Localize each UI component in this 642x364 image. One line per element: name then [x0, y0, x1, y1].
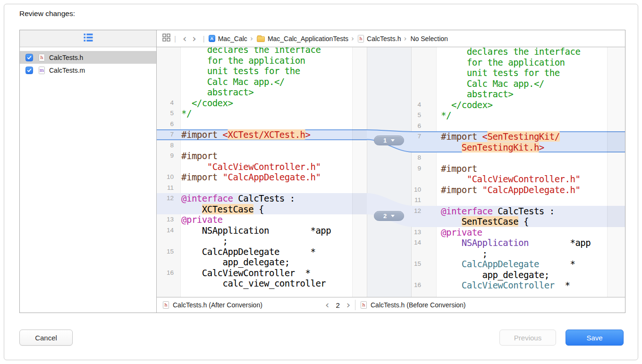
diff-badge-2[interactable]: 2 [374, 211, 404, 221]
code-line: unit tests for the [441, 68, 560, 78]
code-line: </codex> [181, 98, 233, 109]
before-conversion-pane[interactable]: declares the interface for the applicati… [412, 47, 625, 297]
line-number: 7 [157, 129, 174, 140]
code-line: XCTestCase { [181, 204, 264, 215]
line-number: 5 [157, 108, 174, 119]
code-line: CalcViewController * [441, 280, 570, 291]
code-row: SenTestCase { [412, 216, 625, 227]
back-icon[interactable]: ‹ [180, 35, 189, 42]
code-row: app_delegate; [412, 270, 625, 280]
scrollbar-track[interactable] [352, 47, 367, 297]
page-title: Review changes: [19, 9, 75, 18]
save-button[interactable]: Save [566, 330, 624, 346]
code-row: 10#import "CalcAppDelegate.h" [412, 185, 625, 195]
code-line: #import "CalcAppDelegate.h" [441, 185, 580, 195]
next-change-icon[interactable]: › [344, 301, 353, 309]
header-file-icon: h [358, 35, 364, 42]
file-list-icon [83, 33, 93, 44]
code-line: @interface CalcTests : [181, 193, 295, 204]
diff-number: 2 [383, 212, 387, 220]
jump-bar: h CalcTests.h (After Conversion) ‹ 2 › h… [157, 297, 625, 313]
code-row: declares the interface [157, 47, 367, 55]
code-line: SenTestingKit.h> [441, 142, 544, 153]
line-number: 15 [157, 246, 174, 257]
code-row: ; [412, 248, 625, 259]
code-row: 9#import [157, 151, 367, 161]
code-row: 12@interface CalcTests : [412, 206, 625, 217]
diff-badge-1[interactable]: 1 [374, 135, 404, 145]
line-number: 12 [412, 206, 421, 217]
chevron-right-icon: › [404, 34, 406, 43]
before-file-label: CalcTests.h (Before Conversion) [371, 301, 466, 309]
breadcrumb-item[interactable]: No Selection [410, 35, 448, 42]
breadcrumb-item[interactable]: Mac_Calc_ApplicationTests [257, 35, 348, 42]
code-line: @private [181, 214, 223, 225]
code-row: 16 CalcViewController * [157, 268, 367, 279]
previous-button[interactable]: Previous [499, 330, 556, 346]
code-row: 10#import "CalcAppDelegate.h" [157, 172, 367, 183]
project-icon: A [209, 35, 215, 42]
code-line: ; [441, 248, 487, 259]
line-number: 7 [412, 131, 421, 142]
diff-code-area: declares the interface for the applicati… [157, 47, 625, 297]
breadcrumb-item[interactable]: AMac_Calc [209, 35, 247, 42]
code-line: */ [181, 108, 192, 119]
file-name: CalcTests.m [49, 67, 85, 74]
code-line: for the application [181, 55, 305, 66]
line-number: 9 [412, 163, 421, 174]
line-number: 6 [412, 121, 421, 132]
line-number: 8 [157, 140, 174, 151]
line-number: 14 [412, 237, 421, 248]
code-row: 5*/ [157, 108, 367, 119]
code-row: 5*/ [412, 110, 625, 121]
before-file-menu[interactable]: h CalcTests.h (Before Conversion) [361, 297, 466, 313]
code-line: ; [181, 236, 228, 246]
code-row: "CalcViewController.h" [412, 174, 625, 185]
code-row: "CalcViewController.h" [157, 161, 367, 172]
breadcrumb-item[interactable]: hCalcTests.h [358, 35, 401, 42]
line-number: 12 [157, 193, 174, 204]
line-number: 10 [412, 185, 421, 195]
code-row: XCTestCase { [157, 204, 367, 215]
code-line: calc_view_controller [181, 278, 326, 289]
code-row: 11 [412, 195, 625, 206]
code-row: abstract> [412, 89, 625, 100]
code-line: app_delegate; [441, 270, 549, 280]
code-line: NSApplication *app [441, 237, 591, 248]
line-number: 15 [412, 259, 421, 270]
related-items-icon[interactable] [162, 34, 170, 43]
code-line: SenTestCase { [441, 216, 529, 227]
breadcrumb-label: No Selection [410, 35, 448, 42]
header-file-icon: h [361, 301, 367, 309]
code-row: 9#import [412, 163, 625, 174]
comparison-editor: | ‹ › | AMac_Calc›Mac_Calc_ApplicationTe… [157, 30, 625, 313]
cancel-button[interactable]: Cancel [19, 330, 73, 346]
code-line: #import <XCTest/XCTest.h> [181, 129, 311, 140]
code-line: Calc Mac app.</ [181, 76, 285, 87]
code-row: calc_view_controller [157, 278, 367, 289]
diff-ribbon-gutter: 12 [367, 47, 412, 297]
code-line: CalcAppDelegate * [441, 259, 575, 270]
after-file-menu[interactable]: h CalcTests.h (After Conversion) [163, 297, 262, 313]
code-row: 13@private [412, 227, 625, 238]
sidebar-item-calctests.m[interactable]: mCalcTests.m [20, 64, 156, 76]
code-line: "CalcViewController.h" [441, 174, 580, 185]
sidebar-header [20, 30, 156, 47]
sidebar-item-calctests.h[interactable]: hCalcTests.h [20, 51, 156, 64]
file-checkbox[interactable] [25, 67, 33, 74]
scrollbar-track[interactable] [607, 47, 625, 297]
code-line: @interface CalcTests : [441, 206, 555, 217]
line-number: 6 [157, 119, 174, 130]
code-row: 4 </codex> [157, 98, 367, 109]
review-changes-dialog: Review changes: hCalcTests.hmCalcTests.m [4, 4, 638, 360]
file-checkbox[interactable] [25, 54, 33, 61]
forward-icon[interactable]: › [189, 35, 199, 42]
code-row: 8 [157, 140, 367, 151]
code-row: 11 [157, 183, 367, 194]
code-row: 7#import <SenTestingKit/ [412, 131, 625, 142]
breadcrumb-label: Mac_Calc [218, 35, 247, 42]
after-conversion-pane[interactable]: declares the interface for the applicati… [157, 47, 367, 297]
divider: | [174, 34, 176, 42]
previous-change-icon[interactable]: ‹ [323, 301, 331, 309]
line-number: 14 [157, 225, 174, 236]
